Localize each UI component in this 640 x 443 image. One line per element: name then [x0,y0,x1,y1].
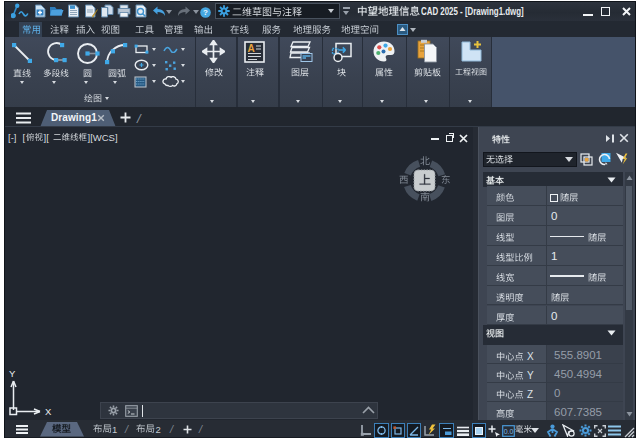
svg-text:X: X [45,406,52,416]
svg-text:0.0: 0.0 [503,427,513,434]
svg-text:A: A [247,43,254,54]
svg-text:Y: Y [9,368,16,379]
svg-text:?: ? [203,8,208,17]
